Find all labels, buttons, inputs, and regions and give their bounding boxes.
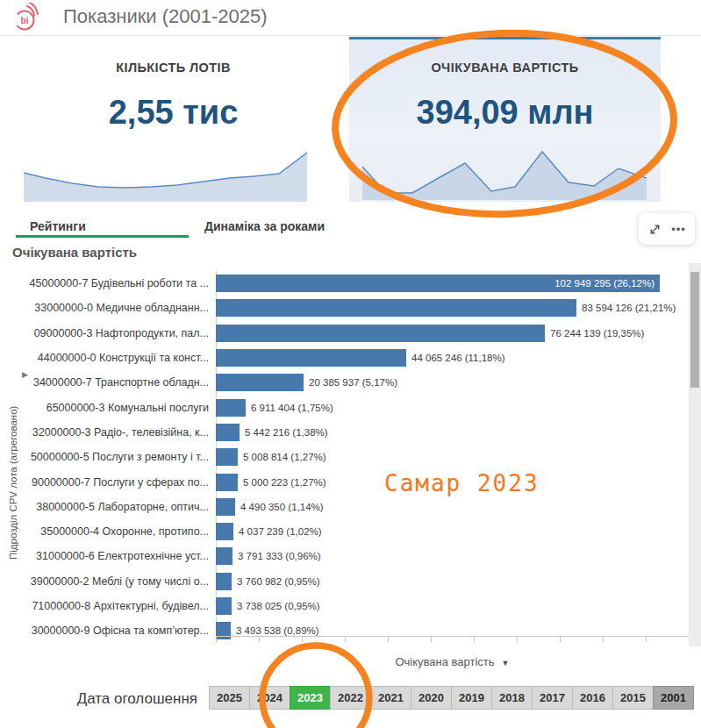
value-label: 3 791 333 (0,96%)	[238, 551, 321, 561]
chart-toolbar: •••	[639, 213, 695, 245]
bar[interactable]	[216, 374, 304, 391]
category-label[interactable]: 38000000-5 Лабораторне, оптич...	[0, 501, 216, 513]
chart-row: 44000000-0 Конструкції та конст...44 065…	[0, 346, 689, 370]
chart-row: 38000000-5 Лабораторне, оптич...4 490 35…	[0, 495, 689, 519]
page-title: Показники (2001-2025)	[63, 5, 268, 28]
year-button-2017[interactable]: 2017	[532, 686, 573, 710]
bar[interactable]	[216, 474, 238, 491]
category-label[interactable]: 45000000-7 Будівельні роботи та ...	[0, 277, 216, 289]
kpi-card-expected-value[interactable]: ОЧІКУВАНА ВАРТІСТЬ 394,09 млн	[349, 37, 661, 202]
year-button-2023[interactable]: 2023	[290, 686, 331, 710]
kpi-lots-sparkline	[24, 149, 307, 202]
category-label[interactable]: 90000000-7 Послуги у сферах по...	[0, 476, 216, 489]
chart-row: 39000000-2 Меблі (у тому числі о...3 760…	[0, 569, 689, 594]
kpi-expected-title: ОЧІКУВАНА ВАРТІСТЬ	[349, 61, 661, 75]
expand-icon[interactable]	[647, 222, 662, 237]
kpi-expected-sparkline	[362, 149, 647, 200]
year-button-2018[interactable]: 2018	[491, 686, 533, 710]
axis-tick	[431, 637, 432, 642]
value-label: 6 911 404 (1,75%)	[251, 403, 333, 413]
axis-tick	[603, 637, 604, 642]
tab-ratings[interactable]: Рейтинги	[30, 219, 86, 233]
year-button-2019[interactable]: 2019	[451, 686, 492, 710]
chart-row: 50000000-5 Послуги з ремонту і т...5 008…	[0, 445, 689, 469]
year-button-2001[interactable]: 2001	[653, 686, 694, 710]
chart-scrollbar[interactable]	[689, 263, 701, 646]
axis-tick	[302, 637, 303, 642]
value-label: 4 037 239 (1,02%)	[239, 526, 322, 537]
category-label[interactable]: 39000000-2 Меблі (у тому числі о...	[0, 575, 216, 588]
value-label: 83 594 126 (21,21%)	[582, 303, 676, 313]
value-label: 76 244 139 (19,35%)	[550, 328, 644, 339]
svg-text:bi: bi	[21, 16, 29, 25]
bar[interactable]	[216, 349, 406, 367]
axis-tick	[345, 637, 346, 642]
year-button-2021[interactable]: 2021	[370, 686, 411, 710]
bar[interactable]	[216, 399, 246, 417]
tab-dynamics[interactable]: Динаміка за роками	[204, 219, 325, 233]
bar[interactable]	[216, 547, 232, 565]
header: bi Показники (2001-2025)	[0, 0, 701, 36]
dashboard: bi Показники (2001-2025) КІЛЬКІСТЬ ЛОТІВ…	[0, 0, 701, 728]
axis-tick	[517, 637, 518, 642]
axis-tick	[216, 637, 217, 642]
bar[interactable]	[216, 573, 232, 590]
bar[interactable]: 102 949 295 (26,12%)	[216, 275, 660, 292]
chart-title: Очікувана вартість	[12, 245, 137, 260]
value-label: 5 442 216 (1,38%)	[245, 427, 328, 438]
chart-row: 33000000-0 Медичне обладнанн...83 594 12…	[0, 296, 689, 320]
bar[interactable]	[216, 299, 576, 317]
category-label[interactable]: 50000000-5 Послуги з ремонту і т...	[0, 451, 216, 463]
chart-row: 65000000-3 Комунальні послуги6 911 404 (…	[0, 395, 689, 419]
chart-scrollbar-thumb[interactable]	[690, 272, 699, 388]
year-button-2025[interactable]: 2025	[209, 686, 250, 710]
category-label[interactable]: 30000000-9 Офісна та комп’ютер...	[0, 625, 216, 637]
category-label[interactable]: 31000000-6 Електротехнічне уст...	[0, 550, 216, 562]
category-label[interactable]: 44000000-0 Конструкції та конст...	[0, 352, 216, 364]
year-button-2024[interactable]: 2024	[249, 686, 290, 710]
axis-tick	[646, 637, 647, 642]
filter-label: Дата оголошення	[35, 690, 197, 708]
axis-tick	[560, 637, 561, 642]
category-label[interactable]: 33000000-0 Медичне обладнанн...	[0, 302, 216, 314]
value-label: 3 760 982 (0,95%)	[237, 576, 320, 587]
bar[interactable]	[216, 448, 238, 466]
bar[interactable]	[216, 498, 235, 516]
kpi-lots-value: 2,55 тис	[0, 94, 347, 132]
year-button-2022[interactable]: 2022	[330, 686, 371, 710]
chart-row: 90000000-7 Послуги у сферах по...5 000 2…	[0, 469, 689, 494]
category-label[interactable]: 32000000-3 Радіо-, телевізійна, к...	[0, 426, 216, 439]
x-axis-measure-dropdown[interactable]: Очікувана вартість▼	[216, 655, 689, 668]
chevron-down-icon: ▼	[502, 659, 510, 667]
x-axis-label: Очікувана вартість	[395, 655, 494, 668]
year-button-2020[interactable]: 2020	[411, 686, 452, 710]
chart-row: 45000000-7 Будівельні роботи та ...102 9…	[0, 271, 689, 296]
chart-row: 35000000-4 Охоронне, протипо...4 037 239…	[0, 519, 689, 544]
value-label: 44 065 246 (11,18%)	[411, 353, 505, 363]
bar[interactable]	[216, 523, 233, 540]
bar[interactable]	[216, 325, 545, 342]
handwritten-annotation: Самар 2023	[384, 470, 540, 496]
more-menu-icon[interactable]: •••	[671, 223, 686, 236]
category-label[interactable]: 09000000-3 Нафтопродукти, пал...	[0, 327, 216, 339]
value-label: 102 949 295 (26,12%)	[554, 278, 655, 289]
chart-row: 32000000-3 Радіо-, телевізійна, к...5 44…	[0, 420, 689, 445]
value-label: 3 738 025 (0,95%)	[237, 601, 320, 611]
value-label: 5 000 223 (1,27%)	[243, 477, 326, 488]
bar[interactable]	[216, 424, 240, 441]
value-label: 3 493 538 (0,89%)	[236, 625, 319, 636]
bar[interactable]	[216, 597, 232, 615]
kpi-expected-value: 394,09 млн	[349, 94, 661, 132]
year-button-2016[interactable]: 2016	[572, 686, 613, 710]
category-label[interactable]: 34000000-7 Транспортне обладн...	[0, 376, 216, 389]
year-button-2015[interactable]: 2015	[612, 686, 654, 710]
category-label[interactable]: 71000000-8 Архітектурні, будівел...	[0, 600, 216, 612]
category-label[interactable]: 65000000-3 Комунальні послуги	[0, 402, 216, 414]
kpi-card-lots[interactable]: КІЛЬКІСТЬ ЛОТІВ 2,55 тис	[0, 39, 347, 202]
x-axis-line	[216, 636, 689, 637]
bar[interactable]	[216, 622, 231, 639]
year-filter-bar: 2025202420232022202120202019201820172016…	[209, 686, 694, 710]
category-label[interactable]: 35000000-4 Охоронне, протипо...	[0, 525, 216, 538]
bi-logo-icon[interactable]: bi	[11, 3, 47, 38]
axis-tick	[259, 637, 260, 642]
